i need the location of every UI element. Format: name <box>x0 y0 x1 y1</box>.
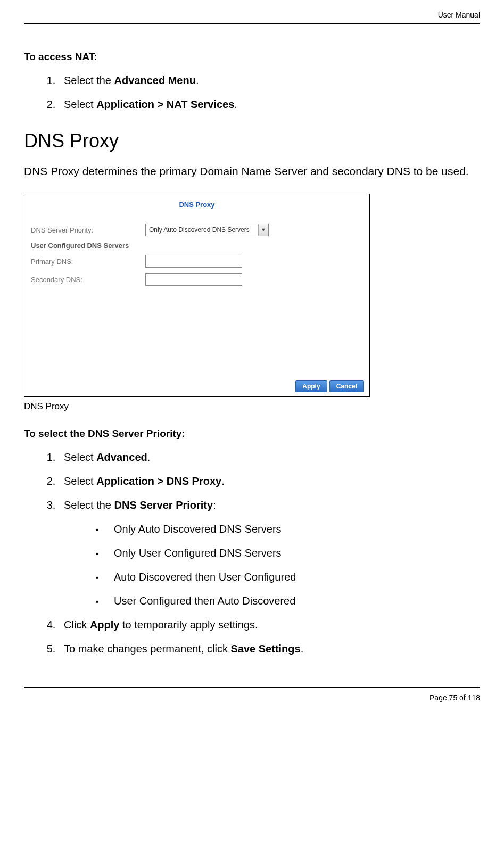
dns-priority-label: DNS Server Priority: <box>31 226 145 234</box>
document-footer: Page 75 of 118 <box>24 687 480 702</box>
list-item: Only Auto Discovered DNS Servers <box>96 523 480 535</box>
list-item: Select Application > NAT Services. <box>59 98 480 111</box>
step-bold: Advanced Menu <box>114 75 196 86</box>
list-item: To make changes permanent, click Save Se… <box>59 643 480 655</box>
step-suffix: . <box>301 643 304 655</box>
list-item: Select the DNS Server Priority: Only Aut… <box>59 499 480 607</box>
step-suffix: . <box>196 75 199 86</box>
header-label: User Manual <box>438 11 480 19</box>
step-prefix: To make changes permanent, click <box>64 643 231 655</box>
step-bold: Application > DNS Proxy <box>96 475 221 487</box>
step-bold: Apply <box>90 619 120 631</box>
step-prefix: Click <box>64 619 90 631</box>
list-item: Select Advanced. <box>59 451 480 464</box>
step-suffix: to temporarily apply settings. <box>119 619 258 631</box>
apply-button[interactable]: Apply <box>295 380 327 392</box>
section-heading-nat: To access NAT: <box>24 51 480 63</box>
primary-dns-input[interactable] <box>145 255 242 268</box>
step-suffix: . <box>147 451 151 463</box>
form-area: DNS Server Priority: Only Auto Discovere… <box>24 209 369 286</box>
nat-steps-list: Select the Advanced Menu. Select Applica… <box>24 75 480 111</box>
priority-steps-list: Select Advanced. Select Application > DN… <box>24 451 480 655</box>
priority-options-list: Only Auto Discovered DNS Servers Only Us… <box>64 523 480 607</box>
chevron-down-icon: ▼ <box>258 224 268 236</box>
step-suffix: . <box>221 475 225 487</box>
step-bold: Application > NAT Services <box>96 98 234 110</box>
step-prefix: Select <box>64 451 96 463</box>
step-bold: DNS Server Priority <box>114 499 213 511</box>
section-heading-priority: To select the DNS Server Priority: <box>24 428 480 440</box>
cancel-button[interactable]: Cancel <box>329 380 364 392</box>
button-row: Apply Cancel <box>295 380 364 392</box>
secondary-dns-row: Secondary DNS: <box>31 273 363 286</box>
panel-title: DNS Proxy <box>24 194 369 209</box>
list-item: Click Apply to temporarily apply setting… <box>59 619 480 631</box>
list-item: Select Application > DNS Proxy. <box>59 475 480 487</box>
list-item: User Configured then Auto Discovered <box>96 595 480 607</box>
document-header: User Manual <box>24 11 480 24</box>
step-prefix: Select <box>64 475 96 487</box>
page-title: DNS Proxy <box>24 130 480 152</box>
step-bold: Save Settings <box>231 643 301 655</box>
list-item: Select the Advanced Menu. <box>59 75 480 87</box>
primary-dns-row: Primary DNS: <box>31 255 363 268</box>
secondary-dns-input[interactable] <box>145 273 242 286</box>
page-number: Page 75 of 118 <box>429 693 480 702</box>
step-prefix: Select the <box>64 75 114 86</box>
list-item: Only User Configured DNS Servers <box>96 547 480 559</box>
list-item: Auto Discovered then User Configured <box>96 571 480 583</box>
dns-proxy-screenshot: DNS Proxy DNS Server Priority: Only Auto… <box>24 194 370 397</box>
screenshot-caption: DNS Proxy <box>24 401 480 412</box>
select-value: Only Auto Discovered DNS Servers <box>146 226 258 234</box>
step-prefix: Select <box>64 98 96 110</box>
dns-priority-select[interactable]: Only Auto Discovered DNS Servers ▼ <box>145 224 269 236</box>
step-bold: Advanced <box>96 451 147 463</box>
step-prefix: Select the <box>64 499 114 511</box>
intro-paragraph: DNS Proxy determines the primary Domain … <box>24 165 480 178</box>
step-suffix: : <box>213 499 216 511</box>
page: User Manual To access NAT: Select the Ad… <box>0 0 504 718</box>
secondary-dns-label: Secondary DNS: <box>31 276 145 284</box>
primary-dns-label: Primary DNS: <box>31 258 145 266</box>
step-suffix: . <box>234 98 237 110</box>
user-configured-subheader: User Configured DNS Servers <box>31 242 363 250</box>
dns-priority-row: DNS Server Priority: Only Auto Discovere… <box>31 224 363 236</box>
